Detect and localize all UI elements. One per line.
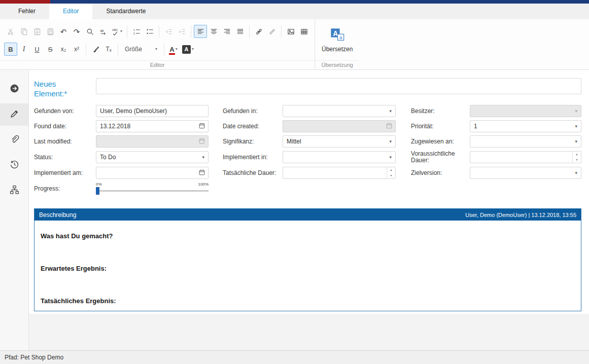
copy-button[interactable] <box>17 25 30 38</box>
numbered-list-button[interactable]: 12 <box>130 25 143 38</box>
spellcheck-icon: ABC <box>112 28 119 35</box>
gefunden-in-select[interactable]: ▾ <box>283 105 396 117</box>
insert-table-button[interactable] <box>297 25 310 38</box>
translate-button[interactable]: Aa Übersetzen <box>315 24 359 56</box>
remove-link-button[interactable] <box>265 25 279 38</box>
sidebar-item-hierarchy[interactable] <box>0 179 28 202</box>
ribbon: ↶ ↷ ab ABC▾ 12 <box>0 19 589 70</box>
tatsaechliche-dauer-input[interactable] <box>283 169 387 176</box>
progress-handle[interactable] <box>96 187 99 195</box>
description-editor[interactable]: Was hast Du gemacht? Erwartetes Ergebnis… <box>34 221 581 311</box>
signifikanz-select[interactable]: Mittel▾ <box>283 135 396 148</box>
tab-fehler[interactable]: Fehler <box>5 4 49 19</box>
find-replace-button[interactable]: ab <box>96 25 110 38</box>
path-label: Pfad: Pet Shop Demo <box>5 354 63 361</box>
implementiert-in-select[interactable]: ▾ <box>283 151 396 163</box>
gefunden-von-input[interactable] <box>96 107 208 115</box>
align-right-button[interactable] <box>220 25 233 38</box>
paste-text-button[interactable] <box>44 25 57 38</box>
font-color-button[interactable]: A▾ <box>167 43 180 56</box>
zielversion-select[interactable]: ▾ <box>470 167 581 179</box>
chevron-down-icon: ▾ <box>575 171 577 175</box>
align-justify-icon <box>236 28 244 35</box>
spinner-down-button[interactable]: ▼ <box>573 157 581 163</box>
redo-icon: ↷ <box>74 28 80 35</box>
insert-image-button[interactable] <box>284 25 297 38</box>
spinner-up-button[interactable]: ▲ <box>387 167 395 173</box>
signifikanz-value: Mittel <box>287 138 301 145</box>
undo-button[interactable]: ↶ <box>57 25 70 38</box>
align-justify-button[interactable] <box>233 25 247 38</box>
paste-icon <box>33 28 41 35</box>
cut-button[interactable] <box>4 25 17 38</box>
align-left-button[interactable] <box>194 25 207 38</box>
date-created-input <box>283 123 383 130</box>
chevron-down-icon: ▾ <box>389 109 392 114</box>
tatsaechliche-dauer-field: ▲▼ <box>283 167 396 179</box>
prioritaet-select[interactable]: 1▾ <box>470 120 581 132</box>
outdent-button[interactable] <box>162 25 175 38</box>
found-date-calendar-button[interactable] <box>196 121 208 132</box>
strikethrough-button[interactable]: S <box>44 43 57 56</box>
font-size-combobox[interactable]: Größe▾ <box>121 43 161 55</box>
toolbar-separator <box>159 25 159 38</box>
insert-link-button[interactable] <box>252 25 265 38</box>
sidebar-item-navigate[interactable] <box>0 78 28 100</box>
strikethrough-icon: S <box>48 46 53 53</box>
format-painter-button[interactable] <box>89 43 102 56</box>
fill-color-button[interactable]: A▾ <box>180 43 196 56</box>
italic-button[interactable]: I <box>17 43 30 56</box>
chevron-down-icon: ▾ <box>192 47 194 51</box>
progress-track <box>96 190 209 192</box>
superscript-icon: x² <box>74 46 79 53</box>
sitemap-icon <box>10 185 19 196</box>
chevron-down-icon: ▾ <box>575 124 577 129</box>
sidebar-item-edit[interactable] <box>0 103 28 126</box>
app-window: Fehler Editor Standardwerte ↶ ↷ ab ABC▾ … <box>0 0 589 364</box>
redo-button[interactable]: ↷ <box>70 25 83 38</box>
subscript-button[interactable]: x₂ <box>57 43 70 56</box>
voraussichtliche-dauer-spinner: ▲▼ <box>572 152 581 163</box>
ribbon-group-translate: Aa Übersetzen Übersetzung <box>315 19 359 69</box>
found-date-input[interactable] <box>96 123 196 130</box>
besitzer-select[interactable]: ▾ <box>470 105 581 117</box>
date-created-field <box>283 120 396 132</box>
last-modified-calendar-button <box>196 136 208 147</box>
progress-slider[interactable]: 0% 100% <box>96 182 209 195</box>
bullet-list-button[interactable] <box>143 25 156 38</box>
bold-icon: B <box>8 46 13 53</box>
underline-button[interactable]: U <box>30 43 44 56</box>
sidebar-item-attachments[interactable] <box>0 129 28 151</box>
bold-button[interactable]: B <box>4 43 17 56</box>
zugewiesen-an-select[interactable]: ▾ <box>470 135 581 148</box>
tab-standardwerte[interactable]: Standardwerte <box>92 4 159 19</box>
calendar-icon <box>198 137 205 146</box>
link-icon <box>255 28 263 35</box>
besitzer-label: Besitzer: <box>396 108 470 115</box>
zoom-button[interactable] <box>83 25 96 38</box>
clear-formatting-button[interactable]: Tₓ <box>102 43 115 56</box>
implementiert-am-calendar-button[interactable] <box>196 167 208 178</box>
superscript-button[interactable]: x² <box>70 43 83 56</box>
bottom-filler <box>29 314 589 350</box>
svg-text:ab: ab <box>100 28 104 32</box>
implementiert-in-label: Implementiert in: <box>209 154 283 161</box>
description-title: Beschreibung <box>39 211 76 219</box>
spinner-down-button[interactable]: ▼ <box>387 173 395 178</box>
bullet-list-icon <box>146 28 154 35</box>
spellcheck-button[interactable]: ABC▾ <box>110 25 124 38</box>
paste-button[interactable] <box>30 25 44 38</box>
indent-button[interactable] <box>175 25 188 38</box>
align-center-button[interactable] <box>207 25 220 38</box>
spinner-up-button[interactable]: ▲ <box>573 152 581 157</box>
new-element-input[interactable] <box>96 78 581 94</box>
status-select[interactable]: To Do▾ <box>96 151 209 163</box>
format-painter-icon <box>92 46 99 53</box>
tab-bar: Fehler Editor Standardwerte <box>0 4 589 19</box>
date-created-label: Date created: <box>209 123 283 130</box>
voraussichtliche-dauer-input[interactable] <box>470 154 572 161</box>
unlink-icon <box>268 28 276 35</box>
sidebar-item-history[interactable] <box>0 154 28 176</box>
tab-editor[interactable]: Editor <box>49 4 92 19</box>
implementiert-am-input[interactable] <box>96 169 196 176</box>
